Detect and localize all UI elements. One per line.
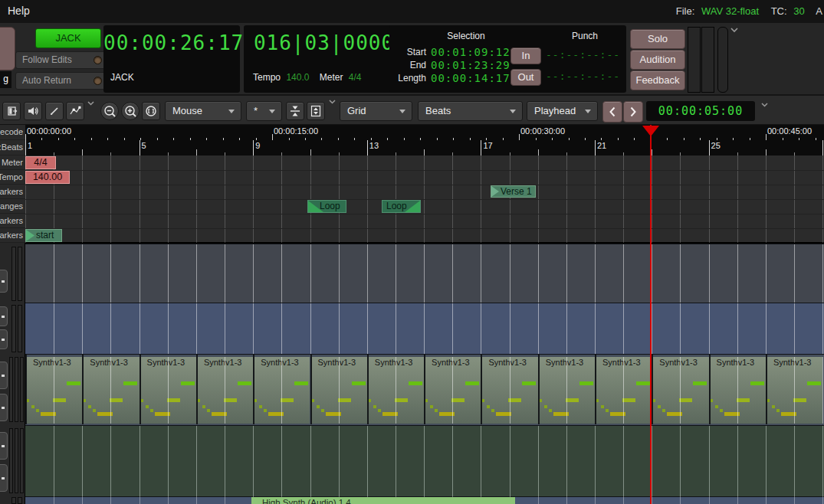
jack-sync-button[interactable]: JACK xyxy=(35,28,101,48)
partial-transport-button[interactable] xyxy=(0,27,15,70)
ruler-label-bars-beats[interactable]: Bars:Beats xyxy=(0,140,25,155)
midi-note[interactable] xyxy=(378,409,381,412)
midi-note[interactable] xyxy=(465,381,479,385)
grid-mode-dropdown[interactable]: Grid xyxy=(340,101,412,121)
midi-note[interactable] xyxy=(150,409,153,412)
chevron-down-icon[interactable] xyxy=(760,102,769,108)
midi-note[interactable] xyxy=(662,409,665,412)
midi-note[interactable] xyxy=(636,381,650,385)
midi-note[interactable] xyxy=(67,381,80,385)
tempo-value[interactable]: 140.0 xyxy=(286,72,309,83)
automation-tool-button[interactable] xyxy=(66,102,84,120)
midi-note[interactable] xyxy=(181,381,195,385)
tempo-marker[interactable]: 140.00 xyxy=(25,171,70,184)
location-marker-verse1[interactable]: Verse 1 xyxy=(491,185,536,198)
meter-value[interactable]: 4/4 xyxy=(349,72,362,83)
midi-note[interactable] xyxy=(294,381,308,385)
midi-note[interactable] xyxy=(36,409,39,412)
solo-button[interactable]: Solo xyxy=(630,29,685,49)
selection-length-value[interactable]: 00:00:14:17 xyxy=(431,72,510,84)
secondary-clock[interactable]: 016|03|0000 Tempo 140.0 Meter 4/4 xyxy=(244,25,404,93)
ruler-label-markers[interactable]: Markers xyxy=(0,185,25,199)
track-header-button[interactable] xyxy=(0,270,8,293)
midi-note[interactable] xyxy=(259,405,262,408)
chevron-down-icon[interactable] xyxy=(730,27,739,34)
playhead-marker-icon[interactable] xyxy=(642,126,659,136)
midi-note[interactable] xyxy=(281,398,294,402)
midi-note[interactable] xyxy=(679,398,692,402)
ruler-label-tempo[interactable]: Tempo xyxy=(0,170,25,185)
midi-note[interactable] xyxy=(522,381,536,385)
ruler-label-ranges[interactable]: Ranges xyxy=(0,199,25,214)
draw-tool-button[interactable] xyxy=(45,102,64,120)
midi-note[interactable] xyxy=(373,405,376,408)
midi-note[interactable] xyxy=(566,398,579,402)
midi-note[interactable] xyxy=(750,381,764,385)
smart-mode-tool-button[interactable] xyxy=(2,102,21,120)
edit-point-dropdown[interactable]: Playhead xyxy=(527,101,598,121)
chevron-down-icon[interactable] xyxy=(328,99,336,105)
playhead-line[interactable] xyxy=(650,125,652,504)
midi-note[interactable] xyxy=(772,405,775,408)
zoom-out-button[interactable] xyxy=(100,102,119,120)
audition-tool-button[interactable] xyxy=(24,102,42,120)
midi-note[interactable] xyxy=(776,409,780,412)
midi-note[interactable] xyxy=(224,398,237,402)
zoom-in-button[interactable] xyxy=(121,102,140,120)
meter-marker[interactable]: 4/4 xyxy=(25,156,56,169)
expand-tracks-button[interactable] xyxy=(307,102,325,120)
midi-note[interactable] xyxy=(601,405,604,408)
selection-end-value[interactable]: 00:01:23:29 xyxy=(431,59,510,71)
loop-range-start-marker[interactable]: Loop xyxy=(307,200,346,213)
track-header-button[interactable] xyxy=(0,464,8,492)
midi-note[interactable] xyxy=(508,398,521,402)
ruler-label-timecode[interactable]: Timecode xyxy=(0,125,25,140)
midi-note[interactable] xyxy=(491,409,494,412)
midi-note[interactable] xyxy=(435,409,438,412)
midi-note[interactable] xyxy=(93,409,96,412)
selection-start-value[interactable]: 00:01:09:12 xyxy=(431,46,510,58)
nudge-backward-button[interactable] xyxy=(602,101,622,123)
midi-note[interactable] xyxy=(579,381,593,385)
midi-note[interactable] xyxy=(544,405,547,408)
midi-note[interactable] xyxy=(409,381,422,385)
midi-note[interactable] xyxy=(88,405,91,408)
ruler-label-markers-6[interactable]: Markers xyxy=(0,214,25,228)
nudge-forward-button[interactable] xyxy=(623,101,643,123)
midi-note[interactable] xyxy=(123,381,137,385)
menu-help[interactable]: Help xyxy=(8,5,30,17)
audition-button[interactable]: Audition xyxy=(630,50,685,70)
midi-note[interactable] xyxy=(549,409,552,412)
track-header-button[interactable] xyxy=(0,394,8,421)
midi-note[interactable] xyxy=(430,405,433,408)
midi-note[interactable] xyxy=(110,398,123,402)
zoom-to-session-button[interactable] xyxy=(142,102,160,120)
auto-return-button[interactable]: Auto Return xyxy=(15,72,107,90)
follow-edits-button[interactable]: Follow Edits xyxy=(15,51,107,69)
midi-note[interactable] xyxy=(207,409,210,412)
primary-clock[interactable]: 00:00:26:17 JACK xyxy=(103,25,240,93)
fit-tracks-button[interactable] xyxy=(286,102,304,120)
midi-note[interactable] xyxy=(693,381,707,385)
midi-note[interactable] xyxy=(31,405,34,408)
midi-note[interactable] xyxy=(321,409,324,412)
ruler-label-meter[interactable]: Meter xyxy=(0,155,25,170)
track-header-button[interactable] xyxy=(0,432,8,460)
midi-note[interactable] xyxy=(146,405,149,408)
midi-note[interactable] xyxy=(658,405,661,408)
loop-range-end-marker[interactable]: Loop xyxy=(382,200,421,213)
nudge-clock[interactable]: 00:00:05:00 xyxy=(646,101,755,121)
midi-note[interactable] xyxy=(317,405,320,408)
zoom-focus-dropdown[interactable]: * xyxy=(246,101,282,121)
midi-note[interactable] xyxy=(807,381,821,385)
feedback-button[interactable]: Feedback xyxy=(630,70,685,90)
punch-out-button[interactable]: Out xyxy=(510,69,541,86)
chevron-down-icon[interactable] xyxy=(87,100,95,106)
track-header-button[interactable] xyxy=(0,362,8,389)
location-marker-start[interactable]: start xyxy=(25,229,62,242)
midi-note[interactable] xyxy=(451,398,465,402)
mouse-mode-dropdown[interactable]: Mouse xyxy=(165,101,241,121)
midi-note[interactable] xyxy=(720,409,723,412)
midi-note[interactable] xyxy=(487,405,490,408)
midi-note[interactable] xyxy=(264,409,267,412)
